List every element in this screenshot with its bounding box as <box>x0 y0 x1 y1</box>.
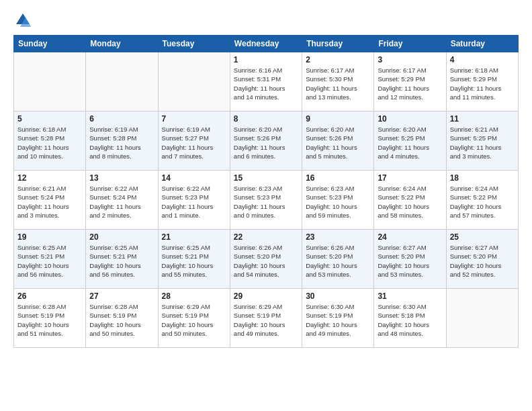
logo-icon <box>13 11 32 30</box>
calendar-day-cell: 15Sunrise: 6:23 AM Sunset: 5:23 PM Dayli… <box>230 171 302 230</box>
day-info: Sunrise: 6:19 AM Sunset: 5:28 PM Dayligh… <box>89 125 154 161</box>
day-number: 29 <box>234 291 298 301</box>
day-info: Sunrise: 6:23 AM Sunset: 5:23 PM Dayligh… <box>306 184 370 220</box>
calendar-day-cell: 5Sunrise: 6:18 AM Sunset: 5:28 PM Daylig… <box>14 111 86 171</box>
day-number: 31 <box>378 291 442 301</box>
day-info: Sunrise: 6:24 AM Sunset: 5:22 PM Dayligh… <box>378 184 442 220</box>
day-info: Sunrise: 6:29 AM Sunset: 5:19 PM Dayligh… <box>162 302 226 338</box>
day-info: Sunrise: 6:17 AM Sunset: 5:30 PM Dayligh… <box>306 66 370 101</box>
day-number: 26 <box>17 291 82 301</box>
calendar-day-cell: 10Sunrise: 6:20 AM Sunset: 5:25 PM Dayli… <box>374 111 446 171</box>
calendar-table: SundayMondayTuesdayWednesdayThursdayFrid… <box>13 35 519 348</box>
calendar-day-cell: 29Sunrise: 6:29 AM Sunset: 5:19 PM Dayli… <box>230 289 302 348</box>
day-number: 5 <box>17 114 82 124</box>
day-number: 13 <box>89 173 154 183</box>
calendar-day-cell: 28Sunrise: 6:29 AM Sunset: 5:19 PM Dayli… <box>158 289 230 348</box>
day-number: 19 <box>17 232 82 242</box>
calendar-day-cell: 16Sunrise: 6:23 AM Sunset: 5:23 PM Dayli… <box>302 171 374 230</box>
calendar-day-cell: 12Sunrise: 6:21 AM Sunset: 5:24 PM Dayli… <box>14 171 86 230</box>
day-number: 11 <box>450 114 515 124</box>
calendar-day-cell: 8Sunrise: 6:20 AM Sunset: 5:26 PM Daylig… <box>230 111 302 171</box>
weekday-header-row: SundayMondayTuesdayWednesdayThursdayFrid… <box>14 36 519 52</box>
calendar-day-cell: 21Sunrise: 6:25 AM Sunset: 5:21 PM Dayli… <box>158 230 230 289</box>
day-number: 8 <box>234 114 298 124</box>
calendar-week-row: 26Sunrise: 6:28 AM Sunset: 5:19 PM Dayli… <box>14 289 519 348</box>
calendar-day-cell: 19Sunrise: 6:25 AM Sunset: 5:21 PM Dayli… <box>14 230 86 289</box>
day-number: 18 <box>450 173 515 183</box>
day-info: Sunrise: 6:22 AM Sunset: 5:24 PM Dayligh… <box>89 184 154 220</box>
day-info: Sunrise: 6:20 AM Sunset: 5:26 PM Dayligh… <box>234 125 298 161</box>
calendar-day-cell: 20Sunrise: 6:25 AM Sunset: 5:21 PM Dayli… <box>86 230 158 289</box>
calendar-day-cell: 26Sunrise: 6:28 AM Sunset: 5:19 PM Dayli… <box>14 289 86 348</box>
day-info: Sunrise: 6:20 AM Sunset: 5:25 PM Dayligh… <box>378 125 442 161</box>
day-number: 21 <box>162 232 226 242</box>
day-number: 1 <box>234 55 298 64</box>
calendar-day-cell: 30Sunrise: 6:30 AM Sunset: 5:19 PM Dayli… <box>302 289 374 348</box>
weekday-header-sunday: Sunday <box>14 36 86 52</box>
calendar-week-row: 1Sunrise: 6:16 AM Sunset: 5:31 PM Daylig… <box>14 52 519 111</box>
day-number: 25 <box>450 232 515 242</box>
day-number: 15 <box>234 173 298 183</box>
day-number: 27 <box>89 291 154 301</box>
day-number: 16 <box>306 173 370 183</box>
day-number: 23 <box>306 232 370 242</box>
weekday-header-wednesday: Wednesday <box>230 36 302 52</box>
weekday-header-monday: Monday <box>86 36 158 52</box>
day-number: 24 <box>378 232 442 242</box>
calendar-day-cell: 18Sunrise: 6:24 AM Sunset: 5:22 PM Dayli… <box>446 171 518 230</box>
calendar-week-row: 19Sunrise: 6:25 AM Sunset: 5:21 PM Dayli… <box>14 230 519 289</box>
calendar-day-cell: 2Sunrise: 6:17 AM Sunset: 5:30 PM Daylig… <box>302 52 374 111</box>
day-info: Sunrise: 6:28 AM Sunset: 5:19 PM Dayligh… <box>17 302 82 338</box>
calendar-day-cell <box>158 52 230 111</box>
day-info: Sunrise: 6:25 AM Sunset: 5:21 PM Dayligh… <box>89 243 154 279</box>
calendar-day-cell: 6Sunrise: 6:19 AM Sunset: 5:28 PM Daylig… <box>86 111 158 171</box>
day-info: Sunrise: 6:30 AM Sunset: 5:18 PM Dayligh… <box>378 302 442 338</box>
day-number: 22 <box>234 232 298 242</box>
calendar-day-cell: 17Sunrise: 6:24 AM Sunset: 5:22 PM Dayli… <box>374 171 446 230</box>
day-info: Sunrise: 6:21 AM Sunset: 5:25 PM Dayligh… <box>450 125 515 161</box>
calendar-day-cell: 1Sunrise: 6:16 AM Sunset: 5:31 PM Daylig… <box>230 52 302 111</box>
calendar-day-cell: 9Sunrise: 6:20 AM Sunset: 5:26 PM Daylig… <box>302 111 374 171</box>
day-info: Sunrise: 6:24 AM Sunset: 5:22 PM Dayligh… <box>450 184 515 220</box>
day-info: Sunrise: 6:21 AM Sunset: 5:24 PM Dayligh… <box>17 184 82 220</box>
day-info: Sunrise: 6:18 AM Sunset: 5:28 PM Dayligh… <box>17 125 82 161</box>
day-info: Sunrise: 6:22 AM Sunset: 5:23 PM Dayligh… <box>162 184 226 220</box>
day-number: 9 <box>306 114 370 124</box>
day-number: 12 <box>17 173 82 183</box>
day-info: Sunrise: 6:19 AM Sunset: 5:27 PM Dayligh… <box>162 125 226 161</box>
calendar-day-cell: 7Sunrise: 6:19 AM Sunset: 5:27 PM Daylig… <box>158 111 230 171</box>
day-info: Sunrise: 6:16 AM Sunset: 5:31 PM Dayligh… <box>234 66 298 101</box>
day-info: Sunrise: 6:25 AM Sunset: 5:21 PM Dayligh… <box>17 243 82 279</box>
day-number: 14 <box>162 173 226 183</box>
day-number: 17 <box>378 173 442 183</box>
day-info: Sunrise: 6:29 AM Sunset: 5:19 PM Dayligh… <box>234 302 298 338</box>
day-number: 7 <box>162 114 226 124</box>
day-number: 4 <box>450 55 515 64</box>
calendar-day-cell: 25Sunrise: 6:27 AM Sunset: 5:20 PM Dayli… <box>446 230 518 289</box>
calendar-day-cell <box>446 289 518 348</box>
day-info: Sunrise: 6:30 AM Sunset: 5:19 PM Dayligh… <box>306 302 370 338</box>
calendar-day-cell: 24Sunrise: 6:27 AM Sunset: 5:20 PM Dayli… <box>374 230 446 289</box>
calendar-day-cell: 3Sunrise: 6:17 AM Sunset: 5:29 PM Daylig… <box>374 52 446 111</box>
calendar-day-cell: 14Sunrise: 6:22 AM Sunset: 5:23 PM Dayli… <box>158 171 230 230</box>
calendar-day-cell: 13Sunrise: 6:22 AM Sunset: 5:24 PM Dayli… <box>86 171 158 230</box>
calendar-day-cell: 4Sunrise: 6:18 AM Sunset: 5:29 PM Daylig… <box>446 52 518 111</box>
day-info: Sunrise: 6:27 AM Sunset: 5:20 PM Dayligh… <box>450 243 515 279</box>
day-info: Sunrise: 6:27 AM Sunset: 5:20 PM Dayligh… <box>378 243 442 279</box>
page-header <box>13 11 519 30</box>
day-number: 10 <box>378 114 442 124</box>
calendar-day-cell: 23Sunrise: 6:26 AM Sunset: 5:20 PM Dayli… <box>302 230 374 289</box>
day-info: Sunrise: 6:25 AM Sunset: 5:21 PM Dayligh… <box>162 243 226 279</box>
day-number: 20 <box>89 232 154 242</box>
calendar-week-row: 12Sunrise: 6:21 AM Sunset: 5:24 PM Dayli… <box>14 171 519 230</box>
day-info: Sunrise: 6:28 AM Sunset: 5:19 PM Dayligh… <box>89 302 154 338</box>
day-number: 28 <box>162 291 226 301</box>
day-info: Sunrise: 6:20 AM Sunset: 5:26 PM Dayligh… <box>306 125 370 161</box>
weekday-header-thursday: Thursday <box>302 36 374 52</box>
day-info: Sunrise: 6:18 AM Sunset: 5:29 PM Dayligh… <box>450 66 515 101</box>
calendar-day-cell <box>14 52 86 111</box>
day-number: 2 <box>306 55 370 64</box>
day-info: Sunrise: 6:26 AM Sunset: 5:20 PM Dayligh… <box>306 243 370 279</box>
calendar-day-cell: 31Sunrise: 6:30 AM Sunset: 5:18 PM Dayli… <box>374 289 446 348</box>
day-number: 6 <box>89 114 154 124</box>
